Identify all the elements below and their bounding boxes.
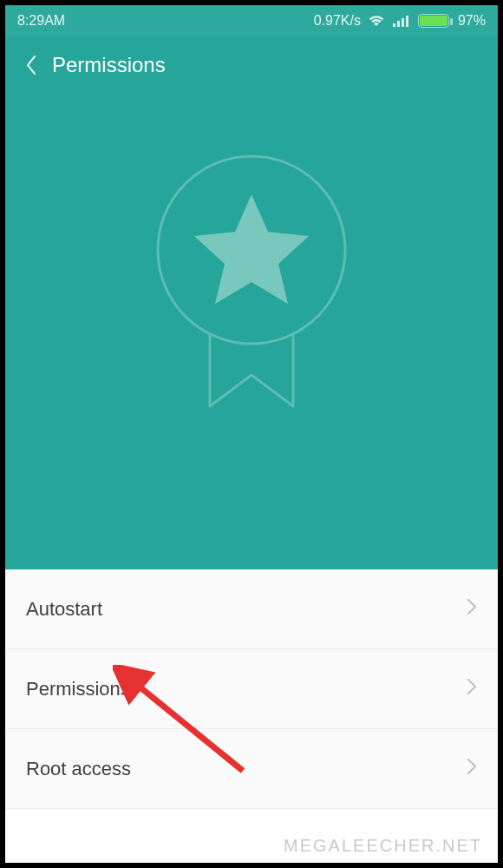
svg-rect-3 [406, 16, 408, 27]
badge-icon [139, 146, 364, 424]
menu-item-permissions[interactable]: Permissions [5, 649, 498, 729]
wifi-icon [368, 14, 385, 28]
settings-menu: Autostart Permissions Root access [5, 569, 498, 809]
chevron-left-icon [25, 55, 37, 76]
svg-rect-1 [397, 21, 400, 27]
watermark-text: MEGALEECHER.NET [284, 836, 482, 856]
svg-rect-0 [393, 23, 395, 27]
back-button[interactable] [17, 52, 43, 78]
menu-item-label: Permissions [26, 678, 467, 700]
menu-item-autostart[interactable]: Autostart [5, 569, 498, 649]
menu-item-label: Autostart [26, 598, 467, 621]
chevron-right-icon [467, 678, 477, 700]
page-title: Permissions [52, 53, 166, 77]
menu-item-label: Root access [26, 758, 467, 780]
signal-icon [392, 14, 409, 28]
chevron-right-icon [467, 758, 477, 780]
status-time: 8:29AM [17, 13, 65, 28]
status-battery-pct: 97% [458, 13, 486, 29]
battery-icon [416, 14, 451, 28]
device-screen: 8:29AM 0.97K/s 97% [5, 5, 498, 863]
app-header: Permissions [5, 36, 498, 94]
hero-area [5, 94, 498, 569]
chevron-right-icon [467, 598, 477, 621]
status-bar: 8:29AM 0.97K/s 97% [5, 5, 498, 36]
menu-item-root-access[interactable]: Root access [5, 729, 498, 809]
status-speed: 0.97K/s [314, 13, 361, 29]
svg-rect-2 [402, 18, 404, 27]
